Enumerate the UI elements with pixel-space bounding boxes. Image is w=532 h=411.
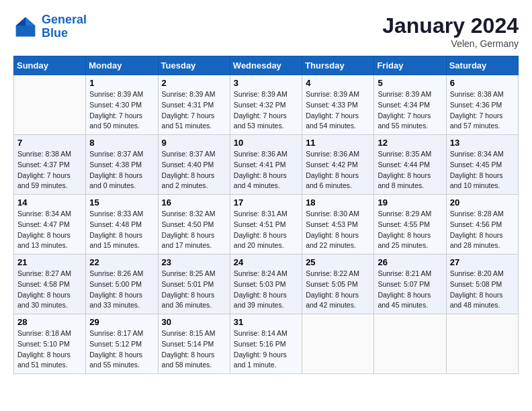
day-info: Sunrise: 8:39 AM Sunset: 4:30 PM Dayligh…: [89, 89, 154, 132]
week-row-4: 28Sunrise: 8:18 AM Sunset: 5:10 PM Dayli…: [14, 314, 519, 374]
header-saturday: Saturday: [446, 56, 518, 75]
day-number: 28: [17, 317, 82, 327]
day-cell: 15Sunrise: 8:33 AM Sunset: 4:48 PM Dayli…: [86, 195, 158, 255]
day-number: 29: [89, 317, 154, 327]
day-number: 22: [89, 257, 154, 267]
day-cell: 26Sunrise: 8:21 AM Sunset: 5:07 PM Dayli…: [374, 255, 446, 314]
day-number: 15: [89, 197, 154, 208]
location: Velen, Germany: [382, 38, 519, 49]
day-info: Sunrise: 8:38 AM Sunset: 4:36 PM Dayligh…: [450, 89, 515, 132]
day-info: Sunrise: 8:20 AM Sunset: 5:08 PM Dayligh…: [450, 269, 515, 311]
day-info: Sunrise: 8:27 AM Sunset: 4:58 PM Dayligh…: [17, 269, 82, 311]
day-info: Sunrise: 8:39 AM Sunset: 4:31 PM Dayligh…: [162, 89, 226, 132]
day-info: Sunrise: 8:29 AM Sunset: 4:55 PM Dayligh…: [378, 209, 442, 251]
day-number: 8: [89, 138, 154, 148]
day-info: Sunrise: 8:18 AM Sunset: 5:10 PM Dayligh…: [17, 328, 82, 371]
day-info: Sunrise: 8:36 AM Sunset: 4:41 PM Dayligh…: [234, 149, 298, 191]
week-row-2: 14Sunrise: 8:34 AM Sunset: 4:47 PM Dayli…: [14, 195, 519, 255]
logo-blue: Blue: [42, 26, 68, 40]
logo: General Blue: [13, 13, 87, 40]
day-cell: 28Sunrise: 8:18 AM Sunset: 5:10 PM Dayli…: [14, 314, 86, 374]
day-info: Sunrise: 8:39 AM Sunset: 4:32 PM Dayligh…: [234, 89, 298, 132]
day-cell: [374, 314, 446, 374]
day-info: Sunrise: 8:21 AM Sunset: 5:07 PM Dayligh…: [378, 269, 442, 311]
day-cell: 31Sunrise: 8:14 AM Sunset: 5:16 PM Dayli…: [230, 314, 302, 374]
day-info: Sunrise: 8:39 AM Sunset: 4:34 PM Dayligh…: [378, 89, 442, 132]
day-cell: 9Sunrise: 8:37 AM Sunset: 4:40 PM Daylig…: [158, 135, 230, 195]
day-info: Sunrise: 8:14 AM Sunset: 5:16 PM Dayligh…: [234, 328, 298, 371]
day-cell: 25Sunrise: 8:22 AM Sunset: 5:05 PM Dayli…: [302, 255, 374, 314]
day-cell: 14Sunrise: 8:34 AM Sunset: 4:47 PM Dayli…: [14, 195, 86, 255]
logo-icon: [13, 15, 38, 39]
day-cell: [302, 314, 374, 374]
day-info: Sunrise: 8:34 AM Sunset: 4:45 PM Dayligh…: [450, 149, 515, 191]
logo-text: General Blue: [42, 13, 87, 40]
day-info: Sunrise: 8:34 AM Sunset: 4:47 PM Dayligh…: [17, 209, 82, 251]
day-cell: 20Sunrise: 8:28 AM Sunset: 4:56 PM Dayli…: [446, 195, 518, 255]
day-cell: 7Sunrise: 8:38 AM Sunset: 4:37 PM Daylig…: [14, 135, 86, 195]
header-monday: Monday: [86, 56, 158, 75]
day-number: 21: [17, 257, 82, 267]
header-tuesday: Tuesday: [158, 56, 230, 75]
day-cell: 19Sunrise: 8:29 AM Sunset: 4:55 PM Dayli…: [374, 195, 446, 255]
calendar-table: SundayMondayTuesdayWednesdayThursdayFrid…: [13, 56, 519, 374]
day-info: Sunrise: 8:37 AM Sunset: 4:38 PM Dayligh…: [89, 149, 154, 191]
day-cell: 13Sunrise: 8:34 AM Sunset: 4:45 PM Dayli…: [446, 135, 518, 195]
day-info: Sunrise: 8:35 AM Sunset: 4:44 PM Dayligh…: [378, 149, 442, 191]
header-wednesday: Wednesday: [230, 56, 302, 75]
header-friday: Friday: [374, 56, 446, 75]
day-cell: 16Sunrise: 8:32 AM Sunset: 4:50 PM Dayli…: [158, 195, 230, 255]
day-number: 3: [234, 78, 298, 88]
day-cell: 29Sunrise: 8:17 AM Sunset: 5:12 PM Dayli…: [86, 314, 158, 374]
day-number: 19: [378, 197, 442, 208]
month-title: January 2024: [382, 13, 519, 38]
day-number: 2: [162, 78, 226, 88]
day-number: 1: [89, 78, 154, 88]
day-cell: [446, 314, 518, 374]
day-cell: 24Sunrise: 8:24 AM Sunset: 5:03 PM Dayli…: [230, 255, 302, 314]
day-number: 12: [378, 138, 442, 148]
day-info: Sunrise: 8:32 AM Sunset: 4:50 PM Dayligh…: [162, 209, 226, 251]
day-info: Sunrise: 8:17 AM Sunset: 5:12 PM Dayligh…: [89, 328, 154, 371]
day-info: Sunrise: 8:30 AM Sunset: 4:53 PM Dayligh…: [306, 209, 370, 251]
day-info: Sunrise: 8:37 AM Sunset: 4:40 PM Dayligh…: [162, 149, 226, 191]
page-header: General Blue January 2024 Velen, Germany: [13, 13, 519, 49]
day-number: 27: [450, 257, 515, 267]
day-number: 24: [234, 257, 298, 267]
title-block: January 2024 Velen, Germany: [382, 13, 519, 49]
day-cell: 27Sunrise: 8:20 AM Sunset: 5:08 PM Dayli…: [446, 255, 518, 314]
day-info: Sunrise: 8:26 AM Sunset: 5:00 PM Dayligh…: [89, 269, 154, 311]
day-cell: 4Sunrise: 8:39 AM Sunset: 4:33 PM Daylig…: [302, 75, 374, 135]
header-sunday: Sunday: [14, 56, 86, 75]
day-cell: 30Sunrise: 8:15 AM Sunset: 5:14 PM Dayli…: [158, 314, 230, 374]
week-row-0: 1Sunrise: 8:39 AM Sunset: 4:30 PM Daylig…: [14, 75, 519, 135]
day-cell: 22Sunrise: 8:26 AM Sunset: 5:00 PM Dayli…: [86, 255, 158, 314]
day-number: 11: [306, 138, 370, 148]
day-info: Sunrise: 8:39 AM Sunset: 4:33 PM Dayligh…: [306, 89, 370, 132]
day-cell: 3Sunrise: 8:39 AM Sunset: 4:32 PM Daylig…: [230, 75, 302, 135]
day-info: Sunrise: 8:33 AM Sunset: 4:48 PM Dayligh…: [89, 209, 154, 251]
day-cell: 6Sunrise: 8:38 AM Sunset: 4:36 PM Daylig…: [446, 75, 518, 135]
day-number: 10: [234, 138, 298, 148]
day-info: Sunrise: 8:36 AM Sunset: 4:42 PM Dayligh…: [306, 149, 370, 191]
day-number: 30: [162, 317, 226, 327]
svg-marker-1: [26, 17, 35, 26]
day-info: Sunrise: 8:38 AM Sunset: 4:37 PM Dayligh…: [17, 149, 82, 191]
week-row-1: 7Sunrise: 8:38 AM Sunset: 4:37 PM Daylig…: [14, 135, 519, 195]
header-thursday: Thursday: [302, 56, 374, 75]
day-number: 31: [234, 317, 298, 327]
day-number: 16: [162, 197, 226, 208]
day-info: Sunrise: 8:15 AM Sunset: 5:14 PM Dayligh…: [162, 328, 226, 371]
day-number: 7: [17, 138, 82, 148]
day-cell: 11Sunrise: 8:36 AM Sunset: 4:42 PM Dayli…: [302, 135, 374, 195]
day-number: 20: [450, 197, 515, 208]
day-number: 6: [450, 78, 515, 88]
header-row: SundayMondayTuesdayWednesdayThursdayFrid…: [14, 56, 519, 75]
day-number: 26: [378, 257, 442, 267]
day-cell: 1Sunrise: 8:39 AM Sunset: 4:30 PM Daylig…: [86, 75, 158, 135]
day-cell: 23Sunrise: 8:25 AM Sunset: 5:01 PM Dayli…: [158, 255, 230, 314]
day-number: 13: [450, 138, 515, 148]
day-number: 25: [306, 257, 370, 267]
day-cell: 12Sunrise: 8:35 AM Sunset: 4:44 PM Dayli…: [374, 135, 446, 195]
day-cell: 10Sunrise: 8:36 AM Sunset: 4:41 PM Dayli…: [230, 135, 302, 195]
